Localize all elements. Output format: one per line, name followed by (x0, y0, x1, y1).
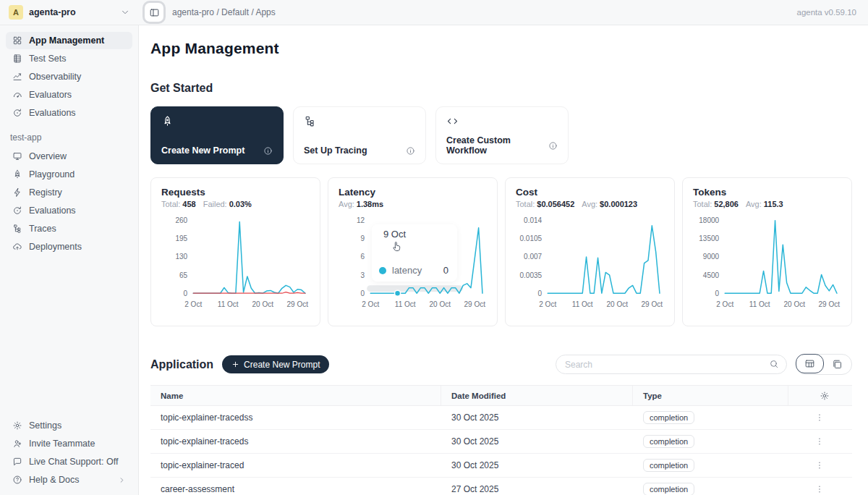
app-date-modified: 30 Oct 2025 (441, 436, 633, 447)
card-view-button[interactable] (823, 355, 851, 374)
sidebar-item-overview[interactable]: Overview (6, 148, 132, 165)
gear-icon[interactable] (820, 391, 830, 401)
sidebar-item-registry[interactable]: Registry (6, 184, 132, 201)
app-date-modified: 30 Oct 2025 (441, 460, 633, 470)
set-up-tracing-card[interactable]: Set Up Tracing (293, 106, 426, 164)
stat-label: Avg: (582, 200, 597, 208)
svg-text:29 Oct: 29 Oct (287, 300, 309, 308)
svg-text:2 Oct: 2 Oct (362, 300, 379, 308)
table-view-icon (804, 358, 815, 369)
svg-text:29 Oct: 29 Oct (819, 300, 841, 308)
stat-value: 115.3 (764, 200, 783, 208)
svg-text:260: 260 (175, 216, 187, 224)
info-icon[interactable] (263, 146, 273, 156)
sidebar-item-traces[interactable]: Traces (6, 220, 132, 237)
table-row[interactable]: topic-explainer-traceds30 Oct 2025comple… (150, 430, 852, 454)
create-custom-workflow-card[interactable]: Create Custom Workflow (435, 106, 569, 164)
sidebar-item-help-docs[interactable]: Help & Docs (6, 471, 132, 488)
svg-text:0: 0 (184, 289, 188, 297)
app-name: career-assessment (150, 484, 441, 494)
application-title: Application (150, 358, 213, 371)
kebab-menu-icon[interactable] (788, 412, 851, 423)
latency-chart[interactable]: 0369122 Oct11 Oct20 Oct29 Oct (339, 211, 487, 314)
app-date-modified: 27 Oct 2025 (441, 484, 633, 494)
info-icon[interactable] (406, 146, 415, 156)
search-input[interactable] (556, 355, 787, 374)
svg-text:0: 0 (361, 289, 365, 297)
sidebar-item-label: Deployments (29, 242, 82, 252)
hierarchy-icon (12, 224, 22, 234)
table-view-button[interactable] (796, 354, 824, 373)
kebab-menu-icon[interactable] (788, 484, 851, 494)
card-view-icon (832, 359, 843, 370)
column-header-type[interactable]: Type (633, 386, 788, 405)
metric-stats: Total:458Failed:0.03% (161, 200, 310, 208)
type-badge: completion (643, 459, 694, 472)
metric-stats: Total:52,806Avg:115.3 (693, 200, 841, 208)
requests-chart[interactable]: 0651301952602 Oct11 Oct20 Oct29 Oct (161, 211, 310, 314)
svg-text:20 Oct: 20 Oct (783, 300, 805, 308)
stat-label: Total: (161, 200, 180, 208)
create-new-prompt-button[interactable]: Create New Prompt (222, 355, 329, 373)
help-icon (12, 475, 22, 485)
kebab-menu-icon[interactable] (788, 436, 851, 447)
svg-text:0.014: 0.014 (524, 216, 542, 224)
column-header-date-modified[interactable]: Date Modified (441, 386, 633, 405)
search-icon[interactable] (769, 359, 779, 369)
breadcrumb[interactable]: agenta-pro / Default / Apps (172, 7, 276, 17)
panel-toggle-icon (149, 7, 160, 18)
sidebar-item-evaluators[interactable]: Evaluators (6, 86, 132, 103)
kebab-menu-icon[interactable] (788, 460, 851, 470)
gear-icon (12, 420, 22, 431)
cost-chart[interactable]: 00.00350.0070.01050.0142 Oct11 Oct20 Oct… (516, 211, 664, 314)
stat-value: 458 (182, 200, 195, 208)
table-row[interactable]: topic-explainer-traced30 Oct 2025complet… (150, 454, 852, 478)
sidebar-item-evaluations[interactable]: Evaluations (6, 104, 132, 122)
svg-text:0: 0 (715, 289, 720, 297)
sidebar-main-nav: App ManagementTest SetsObservabilityEval… (6, 31, 132, 122)
sidebar-item-label: Invite Teammate (29, 439, 95, 449)
table-row[interactable]: career-assessment27 Oct 2025completion (150, 478, 852, 495)
svg-text:13500: 13500 (699, 234, 719, 242)
app-date-modified: 30 Oct 2025 (441, 412, 633, 423)
stat-value: 1.38ms (357, 200, 383, 208)
workspace-switcher[interactable]: A agenta-pro (0, 0, 139, 25)
plus-icon (231, 360, 239, 368)
metric-card-cost: CostTotal:$0.056452Avg:$0.00012300.00350… (505, 177, 675, 326)
app-type-cell: completion (633, 411, 788, 424)
svg-text:18000: 18000 (699, 216, 719, 224)
sidebar-item-app-management[interactable]: App Management (6, 32, 132, 49)
sidebar-item-test-sets[interactable]: Test Sets (6, 50, 132, 67)
create-new-prompt-card[interactable]: Create New Prompt (150, 106, 284, 164)
sidebar-item-label: App Management (29, 35, 104, 46)
column-header-name[interactable]: Name (150, 386, 441, 405)
sidebar-item-live-chat-support-off[interactable]: Live Chat Support: Off (6, 453, 132, 470)
sidebar-item-label: Traces (29, 224, 56, 234)
applications-table: Name Date Modified Type topic-explainer-… (150, 385, 852, 495)
cloud-icon (12, 242, 22, 252)
grid-icon (12, 35, 22, 46)
svg-text:20 Oct: 20 Oct (429, 300, 451, 308)
gauge-icon (12, 90, 22, 100)
tokens-chart[interactable]: 04500900013500180002 Oct11 Oct20 Oct29 O… (693, 211, 841, 314)
info-icon[interactable] (548, 141, 558, 151)
svg-text:195: 195 (175, 234, 187, 242)
sidebar-toggle-button[interactable] (145, 3, 163, 22)
svg-text:130: 130 (175, 253, 187, 261)
get-started-title: Get Started (150, 82, 852, 95)
sidebar-item-observability[interactable]: Observability (6, 68, 132, 85)
svg-text:20 Oct: 20 Oct (252, 300, 273, 308)
sidebar-item-evaluations[interactable]: Evaluations (6, 202, 132, 219)
sidebar-item-deployments[interactable]: Deployments (6, 238, 132, 255)
sidebar-item-label: Settings (29, 420, 61, 431)
sidebar-item-playground[interactable]: Playground (6, 166, 132, 183)
svg-text:6: 6 (361, 253, 365, 261)
stat-value: 0.03% (229, 200, 252, 208)
table-row[interactable]: topic-explainer-tracedss30 Oct 2025compl… (150, 406, 852, 430)
sidebar-item-settings[interactable]: Settings (6, 417, 132, 434)
sidebar-item-label: Registry (29, 187, 62, 198)
svg-text:20 Oct: 20 Oct (606, 300, 628, 308)
sidebar-item-invite-teammate[interactable]: Invite Teammate (6, 435, 132, 452)
workspace-name: agenta-pro (29, 7, 76, 17)
app-type-cell: completion (633, 483, 788, 495)
